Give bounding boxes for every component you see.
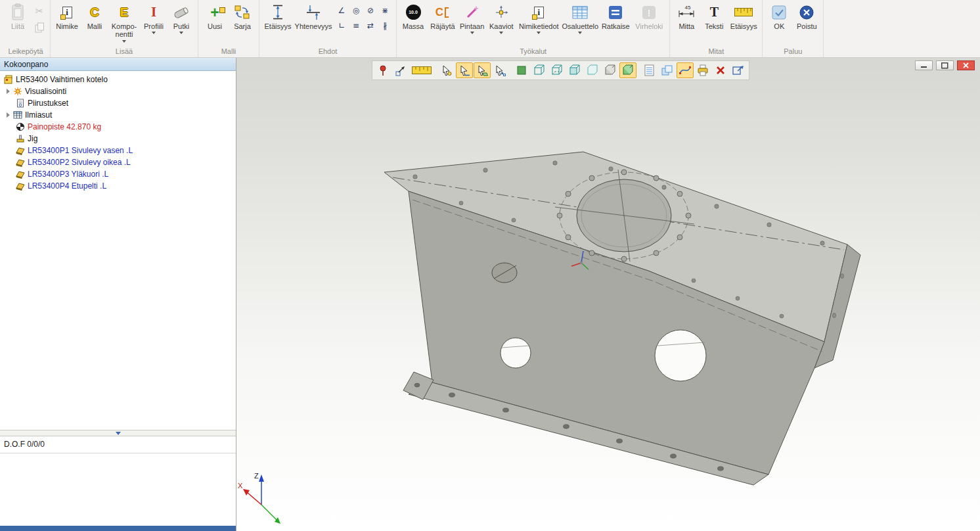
panel-splitter[interactable] [0, 430, 236, 436]
copy-level-icon[interactable] [659, 62, 676, 78]
tree-item-part-2[interactable]: LR53400P2 Sivulevy oikea .L [0, 156, 236, 168]
3d-viewport[interactable]: Z X [236, 58, 980, 531]
tree-item-jig[interactable]: Jig [0, 133, 236, 145]
list-icon[interactable] [641, 62, 658, 78]
shaded-gray-box-icon[interactable] [602, 62, 619, 78]
osaluettelo-button[interactable]: Osaluettelo [561, 2, 599, 34]
shaded-wire-box-icon[interactable] [566, 62, 583, 78]
dropdown-arrow-icon[interactable] [537, 32, 541, 34]
tree-item-visualisointi[interactable]: Visualisointi [0, 85, 236, 97]
dropdown-arrow-icon[interactable] [179, 32, 183, 34]
kaaviot-button[interactable]: Kaaviot [486, 2, 516, 34]
sheet-part-icon [16, 146, 25, 155]
teksti-button[interactable]: T Teksti [701, 2, 727, 30]
tree-item-piirustukset[interactable]: Piirustukset [0, 97, 236, 109]
ok-button[interactable]: OK [766, 2, 792, 30]
measure-icon[interactable] [410, 62, 434, 78]
komponentti-button[interactable]: E Kompo-nentti [109, 2, 139, 43]
distance-constraint-button[interactable]: Etäisyys [263, 2, 293, 30]
shade-solid-icon[interactable] [513, 62, 530, 78]
constraint-grid: ∠ ◎ ⊘ ⋇ ∟ ≡ ⇄ ∦ [334, 2, 393, 34]
pin-icon[interactable] [374, 62, 391, 78]
antiparallel-constraint-button[interactable]: ∦ [378, 20, 391, 31]
dropdown-arrow-icon[interactable] [122, 40, 126, 43]
select-edge-icon[interactable] [456, 62, 473, 78]
tree-item-part-4[interactable]: LR53400P4 Etupelti .L [0, 180, 236, 192]
tree-item-label: LR53400P1 Sivulevy vasen .L [28, 146, 133, 155]
restore-button[interactable] [936, 60, 954, 70]
wireframe-box-icon[interactable] [531, 62, 548, 78]
cut-button[interactable]: ✂ [32, 4, 47, 18]
ghost-box-icon[interactable] [584, 62, 601, 78]
paste-button[interactable]: Liitä [5, 2, 31, 30]
tree-item-label: Visualisointi [25, 87, 66, 96]
copy-button[interactable] [32, 22, 47, 36]
shaded-green-box-icon[interactable] [619, 62, 636, 78]
close-button[interactable] [957, 60, 975, 70]
expander-icon[interactable] [7, 89, 10, 94]
group-label-tools: Työkalut [400, 47, 666, 57]
symmetry-constraint-button[interactable]: ⋇ [378, 5, 391, 16]
massa-button[interactable]: 10.0 Massa [400, 2, 426, 30]
pipe-icon [173, 3, 190, 21]
export-icon[interactable] [730, 62, 747, 78]
nimike-button[interactable]: i Nimike [54, 2, 80, 30]
swap-constraint-button[interactable]: ⇄ [364, 20, 377, 31]
putki-button[interactable]: Putki [168, 2, 194, 34]
tangent-constraint-button[interactable]: ⊘ [364, 5, 377, 16]
svg-text:!: ! [648, 7, 651, 18]
select-element-icon[interactable] [491, 62, 508, 78]
minimize-button[interactable] [915, 60, 933, 70]
tree-item-label: Piirustukset [28, 99, 68, 108]
ribbon-filler [824, 0, 979, 57]
angle-constraint-button[interactable]: ∠ [335, 5, 348, 16]
uusi-button[interactable]: + Uusi [202, 2, 228, 30]
hidden-lines-box-icon[interactable] [548, 62, 566, 78]
sarja-button[interactable]: Sarja [229, 2, 256, 30]
rajayta-button[interactable]: C Räjäytä [428, 2, 458, 30]
poistu-button[interactable]: Poistu [793, 2, 820, 30]
select-point-icon[interactable] [438, 62, 455, 78]
tree-item-part-1[interactable]: LR53400P1 Sivulevy vasen .L [0, 145, 236, 156]
panel-bottom-bar [0, 526, 236, 531]
view-toolbar [372, 60, 749, 80]
coincident-constraint-button[interactable]: Yhtenevyys [294, 2, 332, 30]
dropdown-arrow-icon[interactable] [499, 32, 503, 34]
tree-item-painopiste[interactable]: Painopiste 42.870 kg [0, 121, 236, 133]
3d-model-canvas[interactable]: Z X [236, 58, 980, 531]
mitta-button[interactable]: 45 Mitta [673, 2, 700, 30]
tree-item-assembly-root[interactable]: LR53400 Vaihtimen kotelo [0, 74, 236, 85]
axis-z-label: Z [254, 472, 259, 480]
print-icon[interactable] [694, 62, 711, 78]
exit-icon [799, 3, 814, 21]
ribbon-group-model: + Uusi Sarja Malli [198, 0, 259, 57]
delete-icon[interactable] [712, 62, 729, 78]
curve-icon[interactable] [677, 62, 694, 78]
dropdown-arrow-icon[interactable] [152, 32, 156, 34]
etaisyys-mitta-button[interactable]: Etäisyys [728, 2, 759, 30]
expander-icon[interactable] [7, 112, 10, 118]
profiili-button[interactable]: I Profiili [141, 2, 167, 34]
ribbon-group-insert: i Nimike C Malli E Kompo-nentti I Profii… [51, 0, 198, 57]
tree-item-ilmiasut[interactable]: Ilmiasut [0, 109, 236, 121]
solve-icon [608, 3, 623, 21]
move-icon[interactable] [392, 62, 409, 78]
sheet-part-icon [16, 158, 25, 167]
tree-item-part-3[interactable]: LR53400P3 Yläkuori .L [0, 168, 236, 180]
tree-item-label: LR53400P4 Etupelti .L [28, 181, 106, 191]
ribbon: Liitä ✂ Leikepöytä i Nimike C [0, 0, 980, 58]
concentric-constraint-button[interactable]: ◎ [349, 5, 363, 16]
ratkaise-button[interactable]: Ratkaise [600, 2, 631, 30]
malli-button[interactable]: C Malli [81, 2, 108, 30]
select-face-icon[interactable] [474, 62, 491, 78]
window-controls [915, 60, 975, 70]
dropdown-arrow-icon[interactable] [470, 32, 474, 34]
dropdown-arrow-icon[interactable] [578, 32, 582, 34]
parallel-constraint-button[interactable]: ≡ [349, 20, 363, 31]
nimiketiedot-button[interactable]: i Nimiketiedot [518, 2, 560, 34]
panel-title: Kokoonpano [0, 58, 236, 71]
virheloki-button[interactable]: ! Virheloki [632, 2, 666, 30]
perpendicular-constraint-button[interactable]: ∟ [335, 20, 348, 31]
tree-item-label: Jig [28, 134, 37, 143]
pintaan-button[interactable]: Pintaan [459, 2, 485, 34]
